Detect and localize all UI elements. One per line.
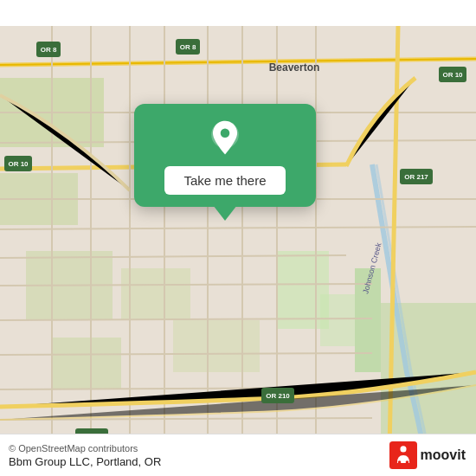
map-background: OR 8 OR 8 OR 10 OR 10 OR 217 OR 210 OR 2… bbox=[0, 0, 476, 476]
svg-rect-4 bbox=[52, 338, 121, 389]
popup-card: Take me there bbox=[134, 104, 316, 207]
svg-point-51 bbox=[400, 446, 406, 452]
moovit-logo: moovit bbox=[389, 441, 466, 469]
svg-text:OR 217: OR 217 bbox=[404, 173, 428, 181]
svg-text:Beaverton: Beaverton bbox=[269, 61, 320, 74]
svg-point-49 bbox=[221, 129, 230, 138]
moovit-text-label: moovit bbox=[421, 447, 466, 463]
map-container: OR 8 OR 8 OR 10 OR 10 OR 217 OR 210 OR 2… bbox=[0, 0, 476, 476]
place-info-label: Bbm Group LLC, Portland, OR bbox=[9, 455, 161, 468]
svg-text:OR 8: OR 8 bbox=[41, 46, 57, 54]
svg-text:OR 8: OR 8 bbox=[180, 43, 196, 51]
svg-point-53 bbox=[405, 460, 408, 464]
location-pin-icon bbox=[206, 119, 244, 158]
svg-text:OR 10: OR 10 bbox=[8, 160, 29, 168]
svg-rect-8 bbox=[320, 294, 355, 346]
svg-point-52 bbox=[397, 460, 401, 464]
moovit-icon bbox=[389, 441, 417, 469]
bottom-bar: © OpenStreetMap contributors Bbm Group L… bbox=[0, 434, 476, 476]
svg-rect-5 bbox=[121, 268, 190, 320]
svg-text:OR 210: OR 210 bbox=[266, 392, 290, 400]
svg-rect-6 bbox=[173, 320, 260, 372]
osm-attribution: © OpenStreetMap contributors bbox=[9, 443, 161, 453]
svg-text:OR 10: OR 10 bbox=[442, 71, 463, 79]
bottom-left-info: © OpenStreetMap contributors Bbm Group L… bbox=[9, 443, 161, 468]
take-me-there-button[interactable]: Take me there bbox=[164, 166, 285, 195]
